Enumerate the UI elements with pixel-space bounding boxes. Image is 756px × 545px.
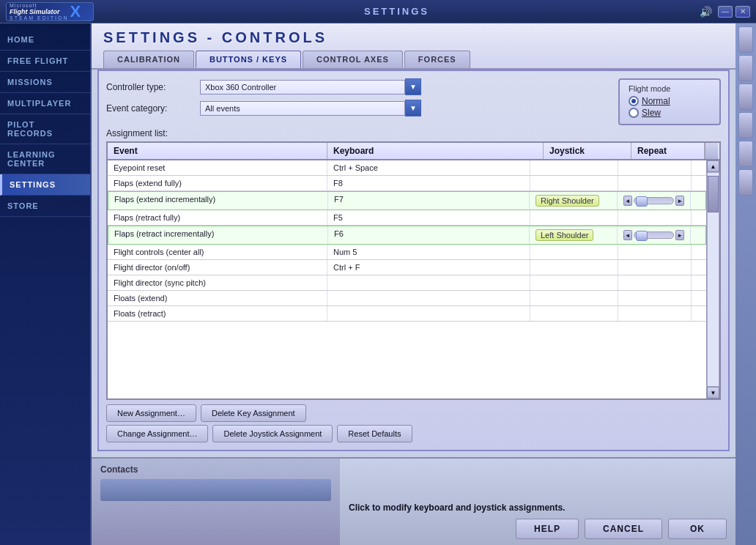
table-row[interactable]: Floats (retract) [108, 306, 706, 322]
flight-mode-slew-label[interactable]: Slew [642, 108, 661, 118]
sidebar-item-free-flight[interactable]: FREE FLIGHT [0, 51, 90, 72]
slider-right-arrow[interactable]: ► [675, 230, 684, 240]
slider-thumb [636, 196, 648, 207]
title-bar: Microsoft Flight Simulator STEAM EDITION… [0, 0, 756, 23]
td-event: Floats (extend) [108, 291, 327, 305]
td-joystick [530, 275, 618, 290]
td-event: Flaps (retract incrementally) [108, 226, 328, 244]
right-nav-btn-1[interactable] [738, 26, 753, 53]
tab-forces[interactable]: FORCES [404, 51, 470, 68]
flight-mode-slew-row: Slew [629, 108, 711, 118]
flight-mode-normal-radio[interactable] [629, 96, 639, 106]
table-row[interactable]: Flight controls (center all) Num 5 [108, 245, 706, 260]
event-select-row: All events ▼ [200, 100, 421, 116]
content-area: SETTINGS - CONTROLS CALIBRATION BUTTONS … [92, 23, 735, 545]
right-nav-btn-5[interactable] [738, 141, 753, 167]
sidebar-item-home[interactable]: HOME [0, 29, 90, 51]
table-row[interactable]: Flaps (extend incrementally) F7 Right Sh… [108, 191, 706, 210]
td-repeat [618, 160, 692, 175]
ok-button[interactable]: OK [668, 519, 727, 539]
table-row[interactable]: Flaps (retract incrementally) F6 Left Sh… [108, 226, 706, 245]
delete-joystick-button[interactable]: Delete Joystick Assignment [212, 425, 333, 442]
td-keyboard: Ctrl + Space [327, 160, 530, 175]
flight-mode-normal-label[interactable]: Normal [642, 96, 670, 106]
scroll-up-button[interactable]: ▲ [707, 160, 719, 172]
slider-left-arrow[interactable]: ◄ [623, 230, 632, 240]
slider-left-arrow[interactable]: ◄ [623, 196, 632, 206]
delete-key-button[interactable]: Delete Key Assignment [201, 404, 306, 422]
th-joystick: Joystick [544, 143, 631, 159]
event-category-field[interactable]: All events [200, 101, 405, 116]
joystick-badge: Left Shoulder [536, 229, 593, 241]
table-row[interactable]: Flaps (retract fully) F5 [108, 210, 706, 226]
event-category-row: Event category: All events ▼ [106, 100, 607, 116]
tab-control-axes[interactable]: CONTROL AXES [303, 51, 403, 68]
change-assignment-button[interactable]: Change Assignment… [106, 425, 208, 442]
table-row[interactable]: Flight director (on/off) Ctrl + F [108, 260, 706, 275]
sidebar-item-settings[interactable]: SETTINGS [0, 174, 90, 196]
sidebar-item-multiplayer[interactable]: MULTIPLAYER [0, 93, 90, 114]
td-keyboard: Ctrl + F [327, 260, 530, 275]
tab-buttons-keys[interactable]: BUTTONS / KEYS [196, 51, 301, 68]
action-buttons-row2: Change Assignment… Delete Joystick Assig… [106, 425, 721, 442]
sidebar-item-missions[interactable]: MISSIONS [0, 72, 90, 93]
td-joystick [530, 160, 618, 175]
sidebar-item-store[interactable]: STORE [0, 196, 90, 217]
table-row[interactable]: Flight director (sync pitch) [108, 275, 706, 291]
td-joystick: Right Shoulder [530, 192, 618, 210]
td-keyboard [327, 275, 530, 290]
page-title: SETTINGS - CONTROLS [103, 29, 724, 46]
td-joystick: Left Shoulder [530, 226, 618, 244]
scroll-down-button[interactable]: ▼ [707, 387, 719, 398]
table-body: Eyepoint reset Ctrl + Space Flaps (exten… [108, 160, 706, 379]
slider-track[interactable] [634, 231, 675, 239]
help-button[interactable]: HELP [516, 519, 579, 539]
right-nav-btn-6[interactable] [738, 169, 753, 196]
minimize-button[interactable]: — [718, 6, 733, 18]
table-row[interactable]: Eyepoint reset Ctrl + Space [108, 160, 706, 176]
sidebar-item-learning-center[interactable]: LEARNING CENTER [0, 144, 90, 174]
right-nav-btn-2[interactable] [738, 55, 753, 81]
cancel-button[interactable]: CANCEL [585, 519, 662, 539]
table-row[interactable]: Flaps (extend fully) F8 [108, 176, 706, 191]
close-button[interactable]: ✕ [735, 6, 750, 18]
controller-type-field[interactable]: Xbox 360 Controller [200, 80, 405, 94]
new-assignment-button[interactable]: New Assignment… [106, 404, 196, 422]
right-nav-btn-3[interactable] [738, 84, 753, 110]
td-keyboard: F5 [327, 210, 530, 225]
event-category-dropdown-btn[interactable]: ▼ [405, 100, 421, 116]
controller-type-dropdown-btn[interactable]: ▼ [405, 78, 421, 95]
td-keyboard: F6 [328, 226, 530, 244]
table-row[interactable]: Floats (extend) [108, 291, 706, 306]
reset-defaults-button[interactable]: Reset Defaults [337, 425, 412, 442]
status-text: Click to modify keyboard and joystick as… [349, 503, 727, 513]
td-keyboard: Num 5 [327, 245, 530, 259]
controller-type-row: Controller type: Xbox 360 Controller ▼ [106, 78, 607, 95]
td-keyboard: F7 [328, 192, 530, 210]
td-repeat [618, 245, 692, 259]
panel-body: Controller type: Xbox 360 Controller ▼ E… [97, 70, 730, 451]
slider-track[interactable] [634, 197, 675, 204]
td-joystick [530, 291, 618, 305]
td-repeat [618, 306, 692, 321]
td-repeat [618, 210, 692, 225]
joystick-badge: Right Shoulder [536, 195, 599, 207]
td-event: Flight controls (center all) [108, 245, 327, 259]
sidebar: HOME FREE FLIGHT MISSIONS MULTIPLAYER PI… [0, 23, 92, 545]
title-bar-title: SETTINGS [94, 6, 700, 17]
fsx-logo: Microsoft Flight Simulator STEAM EDITION… [6, 2, 94, 21]
assignment-list-label: Assignment list: [106, 128, 721, 138]
td-joystick [530, 210, 618, 225]
right-nav-btn-4[interactable] [738, 112, 753, 138]
td-keyboard [327, 306, 530, 321]
slider-right-arrow[interactable]: ► [675, 196, 684, 206]
td-event: Flaps (extend incrementally) [108, 192, 328, 210]
flight-mode-slew-radio[interactable] [629, 108, 639, 118]
contacts-label: Contacts [100, 464, 331, 475]
sidebar-item-pilot-records[interactable]: PILOT RECORDS [0, 114, 90, 144]
flight-mode-box: Flight mode Normal Slew [618, 78, 721, 125]
tab-calibration[interactable]: CALIBRATION [103, 51, 194, 68]
scroll-track[interactable] [707, 172, 719, 387]
td-event: Flaps (extend fully) [108, 176, 327, 190]
table-scrollbar: ▲ ▼ [706, 160, 719, 398]
